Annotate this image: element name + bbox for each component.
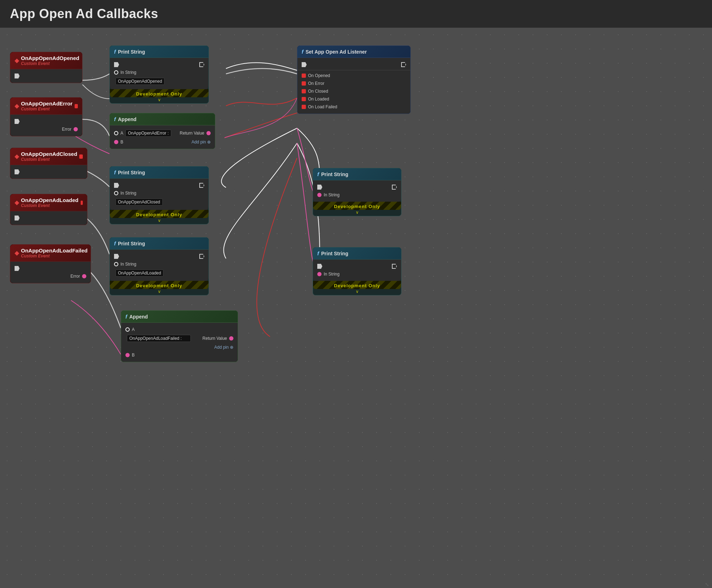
print-string-loaded: f Print String In String OnAppOpenAdLoad… bbox=[109, 237, 209, 295]
instring-value[interactable]: OnAppOpenAdClosed bbox=[115, 198, 163, 206]
event-closed-name: OnAppOpenAdClosed bbox=[21, 151, 77, 157]
exec-out-pin bbox=[392, 185, 397, 190]
exec-in-pin bbox=[317, 185, 322, 190]
print-loaded-header: f Print String bbox=[110, 238, 209, 250]
exec-out-pin bbox=[15, 216, 20, 220]
event-loadfailed-header: ◆ OnAppOpenAdLoadFailed Custom Event bbox=[10, 245, 91, 262]
print-right1-instring-row: In String bbox=[313, 191, 401, 199]
exec-out-pin bbox=[199, 62, 204, 67]
append-error: f Append A OnAppOpenAdError : Return Val… bbox=[109, 113, 215, 149]
exec-out-pin bbox=[15, 119, 20, 124]
print-opened-instring-row: In String bbox=[110, 69, 209, 76]
print-closed-title: Print String bbox=[118, 170, 145, 175]
event-opened-header: ◆ OnAppOpenAdOpened Custom Event bbox=[10, 52, 82, 69]
f-icon-6: f bbox=[302, 49, 303, 55]
add-pin-label-2[interactable]: Add pin ⊕ bbox=[214, 345, 233, 350]
event-opened-sub: Custom Event bbox=[21, 61, 79, 66]
set-listener-loadfailed-row: On Load Failed bbox=[297, 103, 410, 111]
pin-a-label-2: A bbox=[132, 327, 135, 332]
pin-a bbox=[114, 131, 118, 135]
pin-b-label: B bbox=[120, 140, 123, 145]
return-value-label-2: Return Value bbox=[203, 336, 227, 341]
append-loadfailed: f Append A OnAppOpenAdLoadFailed : Retur… bbox=[121, 310, 238, 362]
dev-only-chevron-3: ∨ bbox=[110, 289, 209, 295]
set-listener-header: f Set App Open Ad Listener bbox=[297, 46, 410, 58]
dev-only-banner-r2: Development Only bbox=[313, 281, 401, 289]
exec-out-pin bbox=[392, 264, 397, 269]
on-opened-pin bbox=[302, 74, 306, 78]
event-loadfailed-sub: Custom Event bbox=[21, 254, 88, 258]
on-loadfailed-pin bbox=[302, 105, 306, 109]
f-icon-5: f bbox=[125, 314, 127, 320]
instring-label: In String bbox=[120, 70, 136, 75]
on-closed-pin bbox=[302, 89, 306, 93]
exec-in-pin bbox=[114, 254, 119, 259]
print-closed-exec-row bbox=[110, 181, 209, 189]
exec-out-pin bbox=[15, 169, 20, 174]
print-string-right2: f Print String In String Development Onl… bbox=[313, 247, 401, 295]
instring-label: In String bbox=[120, 262, 136, 267]
title-text: App Open Ad Callbacks bbox=[10, 6, 158, 21]
error-label-2: Error bbox=[70, 274, 80, 279]
print-opened-header: f Print String bbox=[110, 46, 209, 58]
append-loadfailed-b-row: B bbox=[121, 351, 238, 359]
print-loaded-value-row: OnAppOpenAdLoaded bbox=[110, 268, 209, 278]
append-loadfailed-a-row: A bbox=[121, 326, 238, 333]
event-node-loaded: ◆ OnAppOpenAdLoaded Custom Event bbox=[10, 194, 87, 225]
on-loaded-label: On Loaded bbox=[308, 97, 329, 102]
print-loaded-title: Print String bbox=[118, 241, 145, 246]
page-title: App Open Ad Callbacks bbox=[0, 0, 712, 28]
exec-out-pin bbox=[401, 62, 406, 67]
on-opened-label: On Opened bbox=[308, 73, 330, 78]
set-listener-opened-row: On Opened bbox=[297, 72, 410, 80]
f-icon-7: f bbox=[317, 171, 319, 177]
event-loaded-header: ◆ OnAppOpenAdLoaded Custom Event bbox=[10, 194, 87, 211]
f-icon-4: f bbox=[114, 240, 116, 246]
return-pin bbox=[206, 131, 211, 135]
print-opened-title: Print String bbox=[118, 49, 145, 55]
append-error-a-row: A OnAppOpenAdError : Return Value bbox=[110, 128, 215, 138]
exec-out-pin bbox=[15, 74, 20, 78]
instring-value[interactable]: OnAppOpenAdOpened bbox=[115, 78, 164, 85]
blueprint-canvas[interactable]: ◆ OnAppOpenAdOpened Custom Event ◆ OnApp… bbox=[0, 28, 712, 588]
event-node-loadfailed: ◆ OnAppOpenAdLoadFailed Custom Event Err… bbox=[10, 244, 91, 283]
print-opened-exec-row bbox=[110, 61, 209, 69]
diamond-icon-4: ◆ bbox=[15, 199, 19, 206]
event-closed-sub: Custom Event bbox=[21, 157, 77, 162]
event-loaded-exec-row bbox=[10, 214, 87, 222]
dev-only-chevron-2: ∨ bbox=[110, 218, 209, 224]
diamond-icon-5: ◆ bbox=[15, 250, 19, 256]
event-error-sub: Custom Event bbox=[21, 107, 72, 111]
append-error-title: Append bbox=[118, 116, 136, 122]
f-icon-3: f bbox=[114, 169, 116, 175]
event-loadfailed-error-row: Error bbox=[10, 272, 91, 280]
dev-only-banner-r1: Development Only bbox=[313, 202, 401, 210]
instring-label: In String bbox=[120, 191, 136, 196]
f-icon: f bbox=[114, 49, 116, 55]
append-error-header: f Append bbox=[110, 113, 215, 125]
pin-a-value-2[interactable]: OnAppOpenAdLoadFailed : bbox=[127, 335, 191, 342]
return-pin-2 bbox=[229, 336, 233, 341]
pin-a-value[interactable]: OnAppOpenAdError : bbox=[125, 130, 171, 137]
print-right2-title: Print String bbox=[321, 251, 348, 256]
exec-in-pin bbox=[317, 264, 322, 269]
dev-only-chevron-r1: ∨ bbox=[313, 210, 401, 216]
instring-value[interactable]: OnAppOpenAdLoaded bbox=[115, 270, 163, 277]
event-error-red-pin bbox=[75, 104, 78, 108]
set-listener-error-row: On Error bbox=[297, 80, 410, 87]
set-listener-node: f Set App Open Ad Listener On Opened On … bbox=[297, 45, 411, 114]
diamond-icon: ◆ bbox=[15, 57, 19, 64]
diamond-icon-3: ◆ bbox=[15, 153, 19, 160]
add-pin-label[interactable]: Add pin ⊕ bbox=[192, 140, 211, 145]
exec-in-pin bbox=[114, 183, 119, 188]
instring-pin-pink-2 bbox=[317, 272, 322, 276]
event-error-name: OnAppOpenAdError bbox=[21, 100, 72, 107]
dev-only-banner: Development Only bbox=[110, 89, 209, 97]
event-loaded-name: OnAppOpenAdLoaded bbox=[21, 197, 79, 203]
event-closed-red-pin bbox=[79, 154, 83, 159]
dev-only-chevron-r2: ∨ bbox=[313, 289, 401, 295]
instring-label-r1: In String bbox=[324, 192, 340, 197]
print-right2-header: f Print String bbox=[313, 247, 401, 260]
print-right2-exec-row bbox=[313, 262, 401, 270]
print-opened-value-row: OnAppOpenAdOpened bbox=[110, 76, 209, 86]
